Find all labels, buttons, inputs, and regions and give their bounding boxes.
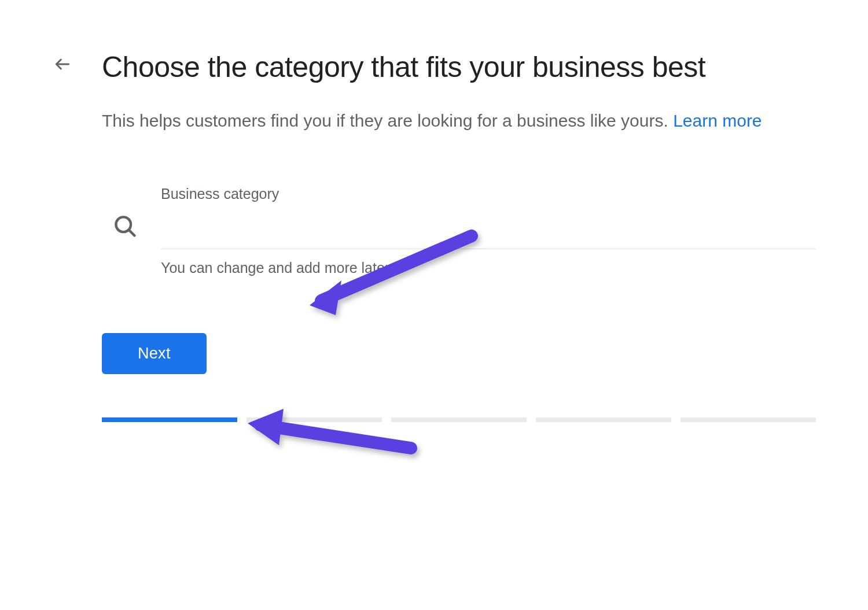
learn-more-link[interactable]: Learn more bbox=[673, 111, 762, 130]
input-column: Business category You can change and add… bbox=[161, 186, 816, 276]
progress-indicator bbox=[102, 417, 816, 422]
next-button[interactable]: Next bbox=[102, 333, 207, 374]
actions-row: Next bbox=[102, 333, 816, 374]
onboarding-step-container: Choose the category that fits your busin… bbox=[0, 0, 868, 422]
category-field-block: Business category You can change and add… bbox=[102, 186, 816, 276]
progress-segment-3 bbox=[391, 417, 527, 422]
progress-segment-1 bbox=[102, 417, 237, 422]
back-button[interactable] bbox=[52, 54, 73, 75]
subtitle-text: This helps customers find you if they ar… bbox=[102, 111, 673, 130]
progress-segment-2 bbox=[247, 417, 382, 422]
arrow-left-icon bbox=[53, 55, 72, 73]
search-icon bbox=[112, 213, 138, 241]
page-subtitle: This helps customers find you if they ar… bbox=[102, 108, 816, 134]
category-input-label: Business category bbox=[161, 186, 816, 202]
business-category-input[interactable] bbox=[161, 207, 816, 249]
svg-line-2 bbox=[128, 230, 134, 235]
progress-segment-4 bbox=[536, 417, 671, 422]
page-title: Choose the category that fits your busin… bbox=[102, 49, 816, 86]
content-column: Choose the category that fits your busin… bbox=[102, 49, 816, 422]
header-row: Choose the category that fits your busin… bbox=[52, 49, 816, 422]
category-helper-text: You can change and add more later bbox=[161, 260, 816, 276]
progress-segment-5 bbox=[681, 417, 816, 422]
